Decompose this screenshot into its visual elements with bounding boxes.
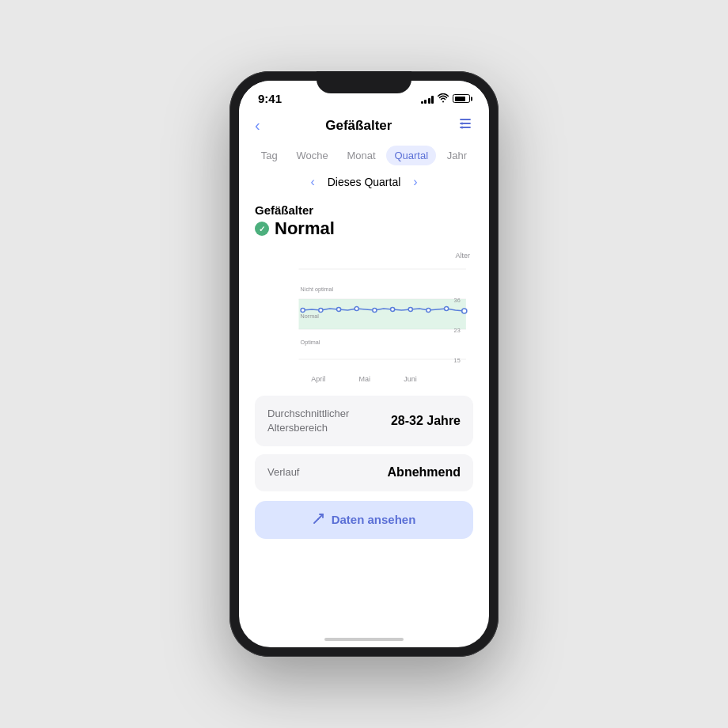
svg-rect-9 [299, 299, 466, 329]
svg-text:Normal: Normal [301, 313, 320, 320]
svg-text:Nicht optimal: Nicht optimal [301, 286, 334, 293]
info-card-verlauf: Verlauf Abnehmend [255, 454, 473, 491]
status-row: Normal [255, 218, 473, 239]
svg-text:15: 15 [454, 358, 461, 364]
svg-point-23 [427, 309, 430, 313]
svg-point-16 [301, 309, 305, 313]
daten-ansehen-button[interactable]: Daten ansehen [255, 501, 473, 539]
chart-x-mai: Mai [358, 375, 370, 383]
chart-y-title: Alter [255, 252, 473, 260]
battery-icon [453, 94, 470, 103]
signal-icon [421, 94, 434, 104]
tab-jahr[interactable]: Jahr [439, 146, 475, 165]
period-prev-button[interactable]: ‹ [310, 175, 314, 189]
phone-screen: 9:41 [239, 81, 489, 647]
svg-point-20 [373, 309, 377, 313]
svg-text:Optimal: Optimal [301, 339, 320, 346]
info-card-age-range-value: 28-32 Jahre [391, 414, 461, 428]
svg-point-25 [462, 309, 467, 313]
svg-point-24 [445, 307, 449, 311]
daten-ansehen-label: Daten ansehen [332, 513, 416, 526]
info-card-age-range-label: Durchschnittlicher Altersbereich [267, 407, 370, 435]
back-button[interactable]: ‹ [255, 116, 260, 135]
chart-area: Nicht optimal Normal Optimal 36 23 15 [258, 261, 470, 372]
status-time: 9:41 [258, 92, 282, 105]
svg-point-4 [461, 127, 463, 129]
content-area: Gefäßalter Normal Alter [239, 194, 489, 631]
status-text: Normal [275, 218, 335, 239]
info-card-verlauf-value: Abnehmend [388, 465, 461, 480]
tab-woche[interactable]: Woche [289, 146, 336, 165]
chart-x-april: April [311, 375, 325, 383]
period-next-button[interactable]: › [413, 175, 417, 189]
tab-quartal[interactable]: Quartal [386, 146, 436, 165]
menu-button[interactable] [457, 117, 473, 134]
home-indicator [239, 631, 489, 647]
svg-point-18 [336, 308, 340, 312]
daten-ansehen-icon [313, 512, 325, 528]
svg-point-17 [319, 309, 323, 313]
wifi-icon [438, 93, 449, 104]
period-nav: ‹ Dieses Quartal › [239, 170, 489, 194]
svg-point-2 [461, 123, 463, 125]
tab-tag[interactable]: Tag [253, 146, 286, 165]
home-bar [324, 638, 404, 641]
tab-monat[interactable]: Monat [339, 146, 384, 165]
status-dot-icon [255, 222, 269, 236]
chart-x-juni: Juni [404, 375, 417, 383]
info-card-verlauf-label: Verlauf [267, 465, 299, 480]
section-title: Gefäßalter [255, 203, 473, 217]
svg-point-22 [408, 308, 412, 312]
period-label: Dieses Quartal [328, 176, 401, 188]
page-title: Gefäßalter [325, 118, 392, 134]
chart-svg: Nicht optimal Normal Optimal 36 23 15 [258, 261, 470, 372]
tab-bar: Tag Woche Monat Quartal Jahr [239, 141, 489, 170]
svg-text:36: 36 [454, 298, 461, 304]
nav-bar: ‹ Gefäßalter [239, 110, 489, 141]
svg-point-19 [355, 307, 358, 311]
info-card-age-range: Durchschnittlicher Altersbereich 28-32 J… [255, 396, 473, 446]
chart-x-labels: April Mai Juni [255, 372, 473, 383]
svg-point-21 [391, 308, 395, 312]
notch [317, 71, 411, 93]
status-icons [421, 93, 471, 104]
svg-text:23: 23 [454, 328, 461, 334]
chart-container: Alter Nicht optimal Normal Optimal [255, 247, 473, 388]
phone-device: 9:41 [229, 71, 499, 657]
section-header: Gefäßalter Normal [255, 203, 473, 239]
